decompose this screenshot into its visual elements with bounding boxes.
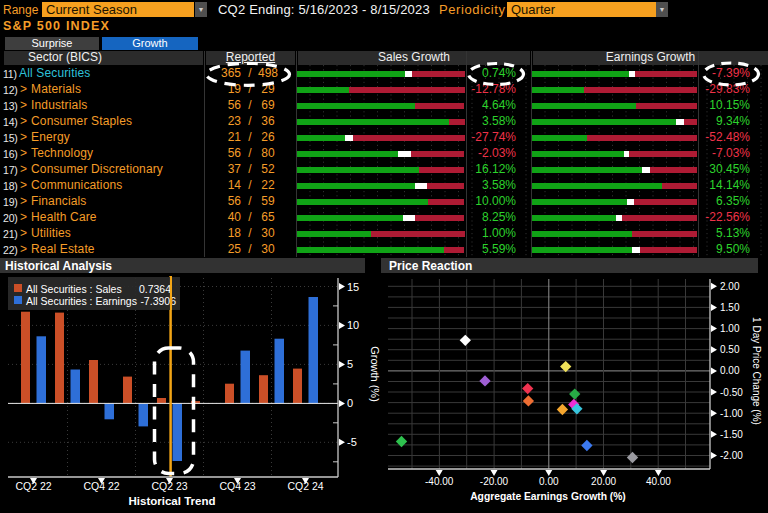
svg-text:Growth (%): Growth (%) [369, 346, 381, 402]
svg-text:1.00: 1.00 [720, 323, 740, 334]
svg-text:-2.00: -2.00 [720, 450, 743, 461]
svg-text:5: 5 [347, 358, 353, 370]
svg-text:-1.00: -1.00 [720, 408, 743, 419]
svg-text:10: 10 [347, 319, 359, 331]
svg-text:0.00: 0.00 [539, 476, 559, 487]
svg-text:CQ2 22: CQ2 22 [15, 480, 51, 492]
svg-text:-20.00: -20.00 [480, 476, 509, 487]
svg-text:0.50: 0.50 [720, 344, 740, 355]
svg-text:CQ4 22: CQ4 22 [83, 480, 119, 492]
svg-text:15: 15 [347, 281, 359, 293]
svg-text:1.50: 1.50 [720, 302, 740, 313]
svg-text:Aggregate Earnings Growth (%): Aggregate Earnings Growth (%) [470, 491, 626, 502]
svg-text:CQ2 24: CQ2 24 [287, 480, 323, 492]
svg-text:-1.50: -1.50 [720, 429, 743, 440]
svg-text:1 Day Price Change (%): 1 Day Price Change (%) [751, 317, 762, 425]
svg-text:2.00: 2.00 [720, 281, 740, 292]
svg-text:Historical Trend: Historical Trend [129, 495, 216, 507]
svg-text:40.00: 40.00 [646, 476, 671, 487]
svg-text:-5: -5 [347, 436, 357, 448]
svg-text:-0.50: -0.50 [720, 387, 743, 398]
svg-text:0.00: 0.00 [720, 365, 740, 376]
svg-text:CQ2 23: CQ2 23 [151, 480, 187, 492]
svg-text:CQ4 23: CQ4 23 [219, 480, 255, 492]
svg-text:0: 0 [347, 397, 353, 409]
svg-text:20.00: 20.00 [591, 476, 616, 487]
svg-text:-40.00: -40.00 [425, 476, 454, 487]
